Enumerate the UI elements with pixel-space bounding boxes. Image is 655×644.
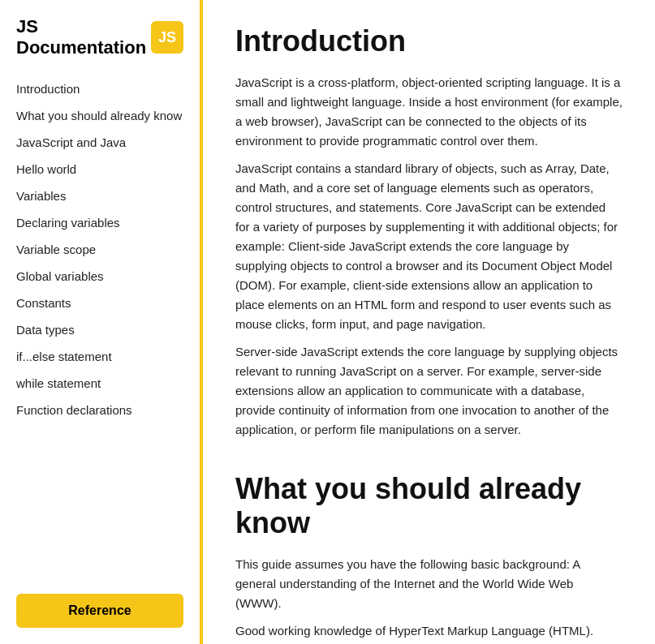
nav-function[interactable]: Function declarations	[0, 397, 200, 423]
nav-while[interactable]: while statement	[0, 370, 200, 397]
nav-variable-scope[interactable]: Variable scope	[0, 236, 200, 263]
nav-data-types[interactable]: Data types	[0, 316, 200, 343]
paragraph: This guide assumes you have the followin…	[235, 555, 623, 613]
section-title-introduction: Introduction	[235, 24, 623, 58]
nav-variables[interactable]: Variables	[0, 182, 200, 209]
paragraph: Server-side JavaScript extends the core …	[235, 342, 623, 440]
nav-js-java[interactable]: JavaScript and Java	[0, 129, 200, 156]
paragraph: JavaScript is a cross-platform, object-o…	[235, 73, 623, 151]
nav-what-you-should[interactable]: What you should already know	[0, 102, 200, 129]
paragraph: Good working knowledge of HyperText Mark…	[235, 621, 623, 641]
sidebar-title: JSDocumentation	[16, 16, 146, 59]
nav-introduction[interactable]: Introduction	[0, 75, 200, 102]
nav-constants[interactable]: Constants	[0, 290, 200, 316]
section-introduction: IntroductionJavaScript is a cross-platfo…	[235, 24, 623, 440]
section-title-what-you-should: What you should already know	[235, 472, 623, 540]
nav-if-else[interactable]: if...else statement	[0, 343, 200, 370]
sidebar-nav: IntroductionWhat you should already know…	[0, 75, 200, 581]
section-body-introduction: JavaScript is a cross-platform, object-o…	[235, 73, 623, 440]
nav-global[interactable]: Global variables	[0, 263, 200, 290]
nav-hello-world[interactable]: Hello world	[0, 156, 200, 182]
sidebar-header: JSDocumentation JS	[0, 16, 200, 75]
main-content: IntroductionJavaScript is a cross-platfo…	[203, 0, 655, 644]
nav-declaring[interactable]: Declaring variables	[0, 209, 200, 236]
sidebar: JSDocumentation JS IntroductionWhat you …	[0, 0, 203, 644]
paragraph: JavaScript contains a standard library o…	[235, 159, 623, 334]
js-badge: JS	[151, 21, 183, 54]
section-what-you-should: What you should already knowThis guide a…	[235, 472, 623, 641]
section-body-what-you-should: This guide assumes you have the followin…	[235, 555, 623, 641]
reference-button[interactable]: Reference	[16, 594, 183, 628]
